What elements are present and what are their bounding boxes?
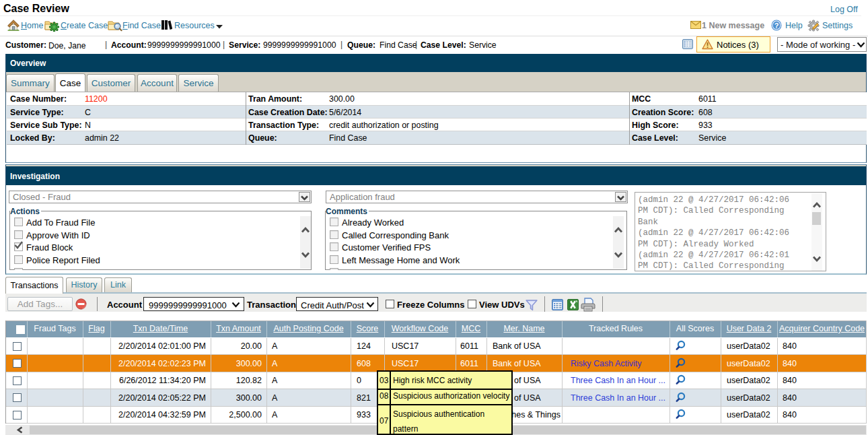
svg-text:?: ? bbox=[774, 22, 779, 30]
